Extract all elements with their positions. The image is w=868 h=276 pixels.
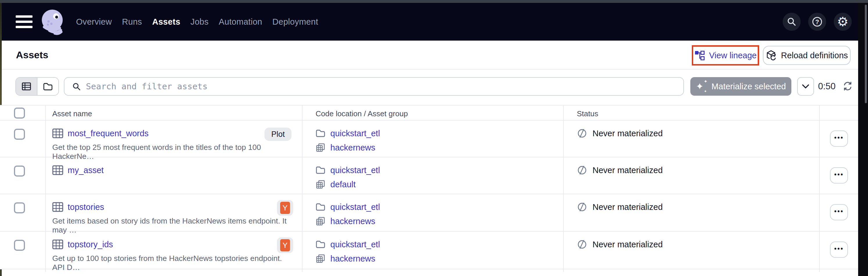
- view-mode-toggle: [16, 77, 59, 96]
- lineage-graph-icon: [694, 50, 705, 60]
- asset-description: Get up to 100 top stories from the Hacke…: [52, 254, 293, 272]
- assets-table: Asset name Code location / Asset group S…: [0, 105, 858, 269]
- row-actions-button[interactable]: •••: [830, 242, 848, 258]
- ellipsis-icon: •••: [834, 134, 844, 142]
- asset-group-icon: [315, 216, 326, 226]
- asset-name-link[interactable]: my_asset: [68, 166, 104, 175]
- svg-text:?: ?: [815, 18, 819, 26]
- folder-icon: [315, 240, 326, 249]
- settings-button[interactable]: ⚙: [834, 13, 852, 31]
- list-view-toggle[interactable]: [16, 78, 37, 95]
- help-icon: ?: [812, 16, 823, 27]
- window-top-edge: [0, 0, 868, 3]
- ellipsis-icon: •••: [834, 171, 844, 179]
- search-input[interactable]: [86, 81, 683, 91]
- status-text: Never materialized: [592, 240, 663, 249]
- materialize-selected-button[interactable]: ✦✦✦ Materialize selected: [690, 77, 792, 96]
- hackernews-y-icon: Y: [280, 202, 290, 214]
- row-checkbox[interactable]: [14, 240, 25, 251]
- reload-cube-icon: [766, 50, 777, 61]
- never-materialized-icon: [577, 239, 587, 250]
- row-checkbox[interactable]: [14, 166, 25, 177]
- assets-toolbar: ✦✦✦ Materialize selected 0:50: [2, 70, 858, 105]
- nav-item-jobs[interactable]: Jobs: [190, 17, 209, 27]
- materialize-selected-label: Materialize selected: [712, 82, 786, 91]
- asset-group-link[interactable]: hackernews: [330, 216, 375, 226]
- never-materialized-icon: [577, 165, 587, 175]
- code-location-link[interactable]: quickstart_etl: [330, 240, 380, 249]
- row-checkbox[interactable]: [14, 129, 25, 140]
- never-materialized-icon: [577, 128, 587, 139]
- nav-item-automation[interactable]: Automation: [219, 17, 262, 27]
- status-text: Never materialized: [592, 166, 663, 175]
- asset-name-link[interactable]: topstories: [68, 202, 104, 212]
- reload-definitions-button[interactable]: Reload definitions: [763, 46, 850, 65]
- asset-group-link[interactable]: hackernews: [330, 143, 375, 152]
- hackernews-kind-badge: Y: [277, 200, 293, 216]
- refresh-button[interactable]: [842, 81, 854, 93]
- primary-nav: Overview Runs Assets Jobs Automation Dep…: [76, 17, 318, 27]
- asset-name-link[interactable]: topstory_ids: [68, 240, 113, 249]
- asset-group-icon: [315, 254, 326, 263]
- dagster-assets-page: Overview Runs Assets Jobs Automation Dep…: [0, 0, 868, 276]
- view-lineage-button[interactable]: View lineage: [692, 45, 759, 66]
- code-location-link[interactable]: quickstart_etl: [330, 202, 380, 212]
- folder-view-toggle[interactable]: [37, 78, 58, 95]
- materialize-options-button[interactable]: [797, 77, 814, 96]
- ellipsis-icon: •••: [834, 208, 844, 215]
- table-row: most_frequent_words Get the top 25 most …: [0, 120, 858, 158]
- top-navbar: Overview Runs Assets Jobs Automation Dep…: [2, 3, 858, 41]
- never-materialized-icon: [577, 202, 587, 212]
- search-icon: [72, 82, 81, 91]
- asset-group-link[interactable]: hackernews: [330, 254, 375, 264]
- hackernews-kind-badge: Y: [277, 237, 293, 253]
- page-title: Assets: [16, 49, 49, 61]
- nav-item-deployment[interactable]: Deployment: [272, 17, 318, 27]
- asset-table-icon: [52, 239, 63, 249]
- hackernews-y-icon: Y: [280, 239, 290, 251]
- gear-icon: ⚙: [837, 15, 848, 28]
- search-button[interactable]: [783, 13, 801, 31]
- folder-icon: [315, 203, 326, 211]
- nav-item-assets[interactable]: Assets: [152, 17, 180, 27]
- row-actions-button[interactable]: •••: [830, 204, 848, 220]
- dagster-logo-icon[interactable]: [40, 8, 66, 35]
- table-row: topstories Get items based on story ids …: [0, 194, 858, 232]
- code-location-link[interactable]: quickstart_etl: [330, 166, 380, 175]
- asset-kind-badge: Plot: [265, 128, 291, 141]
- table-header-row: Asset name Code location / Asset group S…: [0, 106, 858, 120]
- folder-icon: [315, 129, 326, 138]
- asset-table-icon: [52, 202, 63, 212]
- table-view-icon: [22, 82, 31, 91]
- column-header-actions: [819, 106, 858, 120]
- select-all-checkbox[interactable]: [14, 108, 25, 118]
- table-row: my_asset quickstart_etl default: [0, 158, 858, 194]
- hamburger-menu-icon[interactable]: [16, 15, 32, 28]
- asset-name-link[interactable]: most_frequent_words: [68, 129, 149, 138]
- row-actions-button[interactable]: •••: [830, 131, 848, 147]
- page-header: Assets View lineage Reload definitions: [2, 41, 858, 70]
- row-actions-button[interactable]: •••: [830, 167, 848, 183]
- scrollbar[interactable]: [865, 5, 867, 103]
- help-button[interactable]: ?: [808, 13, 826, 31]
- column-header-code-location: Code location / Asset group: [302, 106, 563, 120]
- view-lineage-label: View lineage: [709, 51, 757, 60]
- nav-item-overview[interactable]: Overview: [76, 17, 112, 27]
- ellipsis-icon: •••: [834, 245, 844, 253]
- column-header-status: Status: [563, 106, 819, 120]
- asset-table-icon: [52, 129, 63, 138]
- asset-search-field[interactable]: [64, 77, 684, 96]
- asset-table-icon: [52, 165, 63, 175]
- row-checkbox[interactable]: [14, 202, 25, 213]
- sparkles-icon: ✦✦✦: [696, 80, 706, 92]
- status-text: Never materialized: [592, 202, 663, 212]
- browser-right-edge: [858, 3, 868, 276]
- navbar-actions: ? ⚙: [783, 13, 852, 31]
- asset-group-link[interactable]: default: [330, 180, 355, 189]
- table-row: topstory_ids Get up to 100 top stories f…: [0, 232, 858, 269]
- nav-item-runs[interactable]: Runs: [122, 17, 142, 27]
- refresh-countdown: 0:50: [818, 77, 836, 96]
- refresh-icon: [842, 81, 854, 92]
- code-location-link[interactable]: quickstart_etl: [330, 129, 380, 138]
- asset-group-icon: [315, 143, 326, 152]
